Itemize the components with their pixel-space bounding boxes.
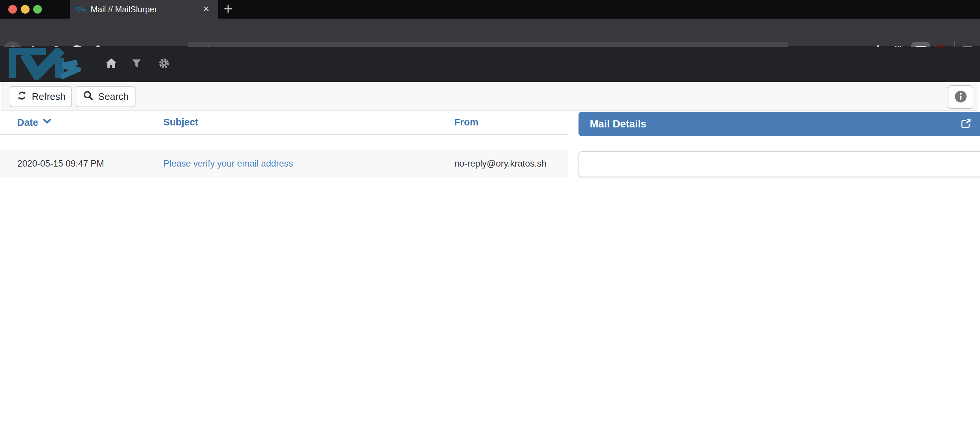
mail-from-cell: no-reply@ory.kratos.sh (454, 150, 547, 177)
mailslurper-favicon-icon (75, 7, 86, 12)
tab-close-icon[interactable]: × (200, 0, 213, 19)
column-header-subject: Subject (163, 117, 198, 128)
info-button[interactable] (948, 85, 974, 109)
browser-toolbar: 127.0.0.1:4436 (0, 19, 980, 47)
filter-icon (130, 57, 143, 71)
browser-tab[interactable]: Mail // MailSlurper × (70, 0, 218, 19)
settings-gear-icon (158, 57, 171, 71)
mail-date-cell: 2020-05-15 09:47 PM (17, 150, 104, 177)
info-solid-icon (953, 89, 968, 105)
nav-filter-button[interactable] (129, 56, 144, 71)
mail-details-body (579, 151, 980, 177)
table-header-border (0, 134, 568, 135)
search-magnifier-icon (83, 90, 94, 103)
mailslurper-logo (9, 48, 81, 81)
window-zoom-button[interactable] (33, 5, 42, 14)
mail-details-title: Mail Details (590, 118, 647, 130)
refresh-label: Refresh (32, 91, 66, 102)
column-header-date[interactable]: Date (17, 117, 51, 128)
column-header-date-label: Date (17, 117, 38, 128)
mail-details-header: Mail Details (579, 112, 980, 136)
window-close-button[interactable] (8, 5, 17, 14)
refresh-button[interactable]: Refresh (10, 86, 72, 107)
refresh-icon (16, 90, 27, 103)
window-minimize-button[interactable] (21, 5, 30, 14)
nav-settings-button[interactable] (156, 56, 172, 71)
tab-title: Mail // MailSlurper (91, 5, 157, 14)
chevron-down-icon (42, 117, 51, 128)
home-icon (104, 56, 119, 72)
actions-bar: Refresh Search (1, 83, 978, 111)
column-header-subject-label: Subject (163, 117, 198, 128)
column-header-from: From (454, 117, 479, 128)
search-label: Search (98, 91, 129, 102)
new-tab-button[interactable]: + (221, 0, 236, 19)
mail-subject-link[interactable]: Please verify your email address (163, 150, 293, 177)
mailslurper-navbar (0, 47, 980, 82)
external-link-icon[interactable] (959, 118, 972, 132)
window-titlebar: Mail // MailSlurper × + (0, 0, 980, 19)
column-header-from-label: From (454, 117, 479, 128)
table-row: 2020-05-15 09:47 PM Please verify your e… (0, 150, 568, 177)
search-button[interactable]: Search (76, 86, 135, 107)
nav-home-button[interactable] (103, 56, 119, 71)
